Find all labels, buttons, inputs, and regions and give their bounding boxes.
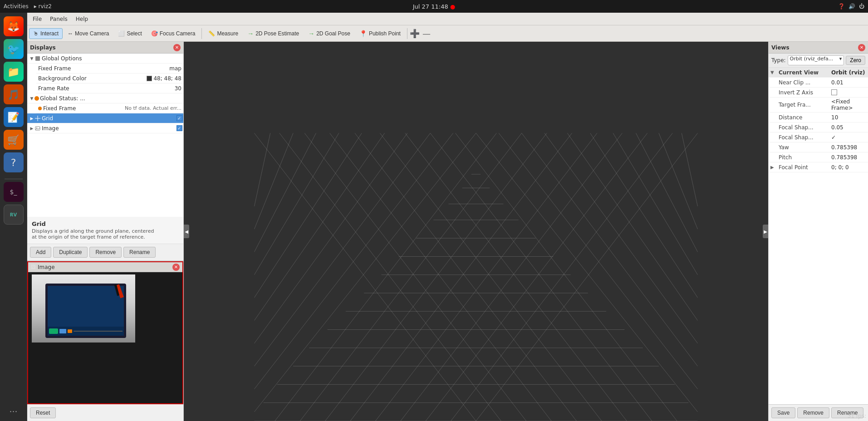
tree-row-image[interactable]: ▶ Image ✓ — [27, 123, 183, 133]
svg-line-38 — [254, 133, 362, 298]
activities-label[interactable]: Activities — [4, 3, 29, 10]
fixed-frame-value[interactable]: map — [169, 65, 183, 72]
taskbar-thunderbird[interactable]: 🐦 — [4, 39, 24, 59]
taskbar-rhythmbox[interactable]: 🎵 — [4, 84, 24, 104]
views-row-target-frame[interactable]: Target Fra... <Fixed Frame> — [769, 98, 868, 113]
minus-icon[interactable]: — — [422, 29, 431, 38]
views-close-btn[interactable]: ✕ — [858, 44, 865, 51]
svg-line-29 — [350, 133, 572, 421]
viewport[interactable]: ◀ .grid-line { stroke: rgba(255,255,255,… — [184, 42, 768, 421]
yaw-val[interactable]: 0.785398 — [831, 144, 866, 151]
main-content: Displays ✕ ▼ Global Options Fixed Fram — [27, 42, 868, 421]
views-type-dropdown[interactable]: Orbit (rviz_defa... ▾ — [788, 55, 844, 65]
frame-rate-value[interactable]: 30 — [175, 85, 183, 92]
focal-point-key: Focal Point — [777, 164, 831, 171]
views-row-distance[interactable]: Distance 10 — [769, 113, 868, 122]
focal-point-val[interactable]: 0; 0; 0 — [831, 164, 866, 171]
taskbar-writer[interactable]: 📝 — [4, 107, 24, 127]
tree-row-global-options[interactable]: ▼ Global Options — [27, 54, 183, 64]
expand-grid[interactable]: ▶ — [29, 116, 34, 121]
distance-val[interactable]: 10 — [831, 114, 866, 121]
image-checkbox[interactable]: ✓ — [177, 125, 182, 131]
near-clip-val[interactable]: 0.01 — [831, 79, 866, 86]
views-save-btn[interactable]: Save — [771, 407, 795, 418]
add-icon[interactable]: ➕ — [410, 29, 420, 38]
expand-global-options[interactable]: ▼ — [29, 56, 34, 61]
toolbar: 🖱 Interact ↔ Move Camera ⬜ Select 🎯 Focu… — [27, 25, 868, 42]
global-status-label: Global Status: ... — [40, 95, 183, 102]
duplicate-display-btn[interactable]: Duplicate — [53, 247, 88, 258]
toolbar-publish-point[interactable]: 📍 Publish Point — [355, 28, 405, 39]
toolbar-interact[interactable]: 🖱 Interact — [29, 28, 63, 39]
invert-z-checkbox[interactable] — [831, 89, 837, 95]
menu-file[interactable]: File — [29, 15, 45, 24]
displays-title: Displays — [30, 44, 56, 51]
views-current-view-row[interactable]: ▼ Current View Orbit (rviz) — [769, 68, 868, 78]
grid-desc-title: Grid — [32, 220, 179, 227]
taskbar-apps-grid[interactable]: ⋯ — [4, 401, 24, 421]
select-icon: ⬜ — [118, 30, 125, 37]
reset-btn[interactable]: Reset — [30, 407, 56, 418]
svg-line-24 — [476, 133, 698, 421]
toolbar-focus-camera[interactable]: 🎯 Focus Camera — [147, 28, 200, 39]
grid-checkbox[interactable]: ✓ — [177, 115, 182, 121]
svg-line-36 — [254, 133, 407, 343]
tree-row-global-status[interactable]: ▼ Global Status: ... — [27, 93, 183, 103]
app-indicator[interactable]: ▸ rviz2 — [34, 3, 52, 10]
displays-close-btn[interactable]: ✕ — [173, 44, 181, 51]
taskbar-firefox[interactable]: 🦊 — [4, 16, 24, 36]
grid-checkbox-cell: ✓ — [175, 115, 183, 121]
taskbar-help[interactable]: ? — [4, 152, 24, 172]
taskbar-appstore[interactable]: 🛒 — [4, 130, 24, 150]
toolbar-2d-pose[interactable]: → 2D Pose Estimate — [243, 28, 303, 39]
image-panel-close[interactable]: ✕ — [172, 264, 180, 271]
views-row-yaw[interactable]: Yaw 0.785398 — [769, 142, 868, 152]
collapse-right-arrow[interactable]: ▶ — [763, 225, 768, 238]
status-frame-dot — [38, 107, 42, 110]
expand-global-status[interactable]: ▼ — [29, 96, 34, 101]
grid-visualization: .grid-line { stroke: rgba(255,255,255,0.… — [184, 42, 768, 421]
views-row-focal-point[interactable]: ▶ Focal Point 0; 0; 0 — [769, 162, 868, 172]
views-zero-btn[interactable]: Zero — [846, 56, 865, 65]
tree-row-grid[interactable]: ▶ Grid ✓ — [27, 113, 183, 123]
svg-line-10 — [380, 133, 602, 421]
toolbar-select[interactable]: ⬜ Select — [114, 28, 146, 39]
views-row-focal-shape-size[interactable]: Focal Shap... 0.05 — [769, 122, 868, 132]
focal-shape-size-val[interactable]: 0.05 — [831, 124, 866, 131]
menu-help[interactable]: Help — [72, 15, 92, 24]
tree-row-global-status-frame[interactable]: Fixed Frame No tf data. Actual err... — [36, 103, 183, 113]
views-row-invert-z[interactable]: Invert Z Axis — [769, 88, 868, 98]
views-row-focal-shape-visible[interactable]: Focal Shap... ✓ — [769, 132, 868, 142]
taskbar-files[interactable]: 📁 — [4, 62, 24, 82]
bg-color-label: Background Color — [38, 75, 147, 82]
svg-rect-0 — [35, 56, 40, 61]
svg-line-28 — [375, 133, 597, 421]
toolbar-move-camera[interactable]: ↔ Move Camera — [64, 28, 113, 39]
grid-label: Grid — [42, 115, 175, 122]
tree-row-bg-color[interactable]: Background Color 48; 48; 48 — [36, 73, 183, 83]
add-display-btn[interactable]: Add — [30, 247, 51, 258]
focal-point-expand[interactable]: ▶ — [770, 165, 777, 170]
target-frame-val[interactable]: <Fixed Frame> — [831, 98, 866, 111]
current-view-key: Current View — [777, 69, 831, 76]
views-remove-btn[interactable]: Remove — [797, 407, 829, 418]
focal-shape-visible-key: Focal Shap... — [777, 134, 831, 141]
menu-panels[interactable]: Panels — [46, 15, 71, 24]
toolbar-measure[interactable]: 📏 Measure — [204, 28, 242, 39]
taskbar-terminal[interactable]: $_ — [4, 182, 24, 202]
tree-row-fixed-frame[interactable]: Fixed Frame map — [36, 64, 183, 73]
svg-line-39 — [254, 133, 338, 274]
grid-item-icon — [34, 115, 41, 122]
image-item-icon — [34, 125, 41, 132]
views-row-pitch[interactable]: Pitch 0.785398 — [769, 152, 868, 162]
taskbar-rviz[interactable]: RV — [4, 205, 24, 225]
remove-display-btn[interactable]: Remove — [89, 247, 122, 258]
pitch-val[interactable]: 0.785398 — [831, 154, 866, 161]
rename-display-btn[interactable]: Rename — [123, 247, 156, 258]
displays-panel-header: Displays ✕ — [27, 42, 183, 54]
current-view-expand[interactable]: ▼ — [770, 70, 777, 75]
expand-image[interactable]: ▶ — [29, 126, 34, 131]
toolbar-2d-goal[interactable]: → 2D Goal Pose — [304, 28, 354, 39]
tree-row-frame-rate[interactable]: Frame Rate 30 — [36, 83, 183, 93]
views-row-near-clip[interactable]: Near Clip ... 0.01 — [769, 78, 868, 88]
